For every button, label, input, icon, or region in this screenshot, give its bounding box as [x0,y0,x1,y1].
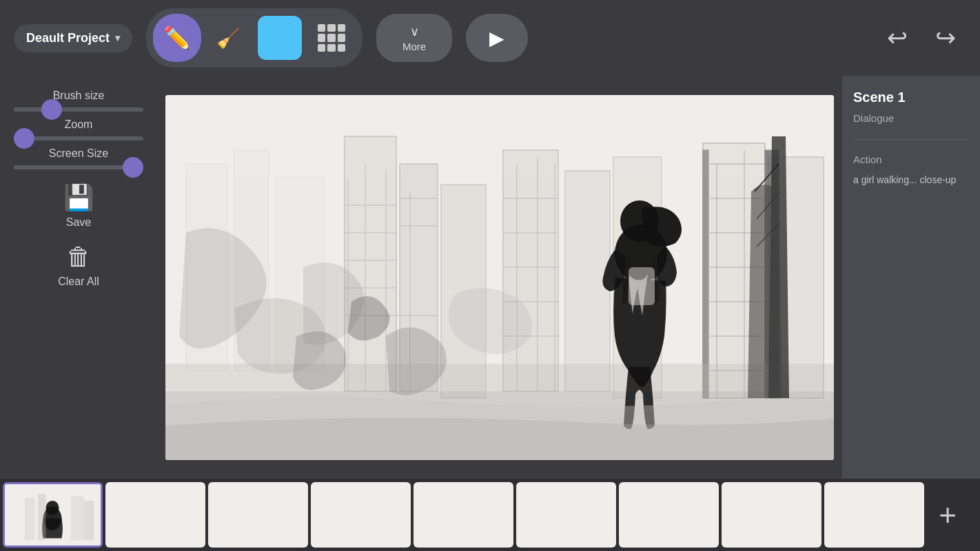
filmstrip-frame-3[interactable] [208,482,308,548]
left-panel: Brush size Zoom Screen Size 💾 Save 🗑 Cle… [0,76,157,479]
redo-icon: ↪ [935,23,956,52]
save-button[interactable]: 💾 Save [63,183,94,229]
pencil-tool-button[interactable]: ✏️ [153,14,201,62]
filmstrip-frame-6[interactable] [516,482,616,548]
svg-rect-49 [629,267,655,305]
save-icon: 💾 [63,183,94,212]
zoom-slider[interactable] [14,136,143,141]
play-icon: ▶ [489,27,504,50]
svg-rect-55 [71,496,84,540]
right-panel: Scene 1 Dialogue Action a girl walking..… [842,76,980,479]
more-button[interactable]: ∨ More [376,14,452,62]
add-frame-icon: + [939,498,957,532]
more-label: More [402,41,426,52]
clear-all-label: Clear All [58,276,99,288]
undo-redo-group: ↩ ↪ [877,17,966,59]
svg-rect-18 [503,150,558,391]
action-label: Action [853,154,969,165]
more-chevron-icon: ∨ [410,24,419,39]
brush-size-slider[interactable] [14,107,143,112]
grid-icon [318,24,345,52]
color-swatch-button[interactable] [258,16,302,60]
scene-divider [853,139,969,140]
clear-all-button[interactable]: 🗑 Clear All [58,242,99,288]
undo-button[interactable]: ↩ [877,17,918,59]
brush-size-group: Brush size [14,90,143,112]
canvas-svg [165,95,834,460]
filmstrip-frame-7[interactable] [619,482,719,548]
svg-rect-53 [25,497,34,540]
screen-size-group: Screen Size [14,147,143,169]
dropdown-arrow-icon: ▾ [115,32,120,43]
canvas-area [157,76,842,479]
eraser-tool-button[interactable]: 🧹 [204,14,252,62]
save-label: Save [66,216,91,229]
project-dropdown[interactable]: Deault Project ▾ [14,24,132,52]
frame-1-thumbnail [5,484,101,547]
filmstrip: + [0,479,980,551]
trash-icon: 🗑 [66,242,91,271]
pencil-icon: ✏️ [163,25,191,51]
scene-title: Scene 1 [853,90,969,105]
drawing-canvas[interactable] [165,95,834,460]
grid-tool-button[interactable] [307,14,356,62]
filmstrip-frame-4[interactable] [311,482,411,548]
svg-point-52 [45,501,59,515]
add-frame-button[interactable]: + [927,495,968,536]
screen-size-slider[interactable] [14,165,143,169]
filmstrip-frame-8[interactable] [722,482,821,548]
action-text: a girl walking... close-up [853,174,969,187]
filmstrip-frame-2[interactable] [105,482,205,548]
play-button[interactable]: ▶ [466,14,528,62]
main-content: Brush size Zoom Screen Size 💾 Save 🗑 Cle… [0,76,980,479]
filmstrip-frame-5[interactable] [414,482,513,548]
svg-rect-56 [84,501,94,541]
zoom-group: Zoom [14,118,143,141]
undo-icon: ↩ [887,23,908,52]
tool-group: ✏️ 🧹 [146,8,363,67]
redo-button[interactable]: ↪ [925,17,966,59]
dialogue-label: Dialogue [853,112,969,124]
filmstrip-frame-1[interactable] [3,482,103,548]
filmstrip-frame-9[interactable] [824,482,924,548]
top-bar: Deault Project ▾ ✏️ 🧹 ∨ More ▶ [0,0,980,76]
svg-rect-32 [703,150,708,398]
project-name: Deault Project [26,31,110,45]
eraser-icon: 🧹 [216,27,241,50]
svg-rect-54 [38,494,46,540]
